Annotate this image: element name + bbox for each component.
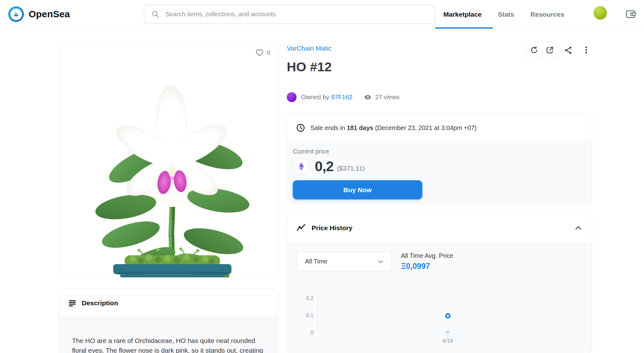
price-eth: 0,2 bbox=[315, 158, 334, 175]
sale-ends-days: 181 days bbox=[347, 124, 375, 131]
opensea-logo-icon bbox=[8, 6, 24, 22]
more-options-button[interactable] bbox=[582, 46, 591, 56]
sale-ends-date: (December 23, 2021 at 3:04pm +07) bbox=[375, 124, 477, 131]
x-tick-line bbox=[447, 333, 448, 337]
sailboat-icon bbox=[13, 11, 20, 18]
brand-name: OpenSea bbox=[29, 9, 70, 19]
favorites[interactable]: 0 bbox=[255, 49, 270, 57]
x-tick-label: 6/19 bbox=[438, 338, 457, 344]
sale-countdown: Sale ends in 181 days (December 23, 2021… bbox=[287, 114, 592, 142]
price-history-body: All Time All Time Avg. Price Ξ0,0997 0.2… bbox=[287, 243, 592, 353]
external-link-icon bbox=[546, 46, 554, 54]
nft-artwork-orchid bbox=[78, 60, 259, 278]
search-bar[interactable] bbox=[144, 4, 436, 24]
buy-now-button[interactable]: Buy Now bbox=[293, 180, 422, 199]
owner-link[interactable]: 97F162 bbox=[331, 94, 353, 101]
price-usd: ($371,11) bbox=[337, 165, 365, 172]
wallet-button[interactable] bbox=[625, 8, 636, 21]
price-history-header[interactable]: Price History bbox=[287, 214, 592, 243]
price-history-card: Price History All Time All Time Avg. Pri… bbox=[287, 213, 592, 353]
owner-avatar[interactable] bbox=[287, 92, 297, 102]
chevron-up-icon[interactable] bbox=[574, 224, 582, 232]
gridline-02 bbox=[318, 298, 584, 299]
volume-bar bbox=[446, 331, 449, 333]
search-icon bbox=[151, 10, 159, 18]
refresh-button[interactable] bbox=[526, 42, 542, 58]
y-axis-line bbox=[318, 294, 318, 333]
share-icon bbox=[564, 46, 573, 55]
heart-icon[interactable] bbox=[255, 49, 264, 57]
opensea-item-page: OpenSea Marketplace Stats Resources bbox=[0, 0, 644, 353]
favorites-count: 0 bbox=[267, 49, 270, 56]
description-icon bbox=[68, 299, 76, 307]
refresh-icon bbox=[530, 46, 538, 54]
sale-ends-prefix: Sale ends in bbox=[310, 124, 347, 131]
y-tick-label: 0.2 bbox=[287, 295, 314, 301]
clock-icon bbox=[296, 123, 305, 133]
nav-link-stats[interactable]: Stats bbox=[490, 0, 522, 29]
owned-by-label: Owned by bbox=[301, 94, 329, 101]
description-text: The HO are a rare of Orchidaceae, HO has… bbox=[59, 317, 278, 353]
search-input[interactable] bbox=[165, 10, 435, 18]
active-tab-underline bbox=[435, 27, 493, 29]
nav-link-marketplace[interactable]: Marketplace bbox=[435, 0, 490, 29]
item-action-group bbox=[526, 42, 558, 58]
nav-links: Marketplace Stats Resources bbox=[435, 0, 572, 29]
collection-link[interactable]: VarChain Matic bbox=[287, 45, 331, 52]
description-title: Description bbox=[82, 299, 118, 307]
eth-token-badge bbox=[293, 158, 309, 175]
kebab-menu-icon bbox=[582, 46, 591, 54]
ethereum-icon bbox=[297, 162, 306, 171]
chart-line-icon bbox=[297, 223, 306, 233]
views-count: 27 views bbox=[375, 94, 400, 101]
views: 27 views bbox=[364, 93, 400, 101]
y-tick-label: 0 bbox=[287, 330, 314, 336]
description-header[interactable]: Description bbox=[59, 289, 278, 317]
share-button[interactable] bbox=[564, 46, 573, 56]
sale-card: Sale ends in 181 days (December 23, 2021… bbox=[287, 114, 592, 204]
current-price-label: Current price bbox=[293, 148, 586, 155]
gridline-0 bbox=[318, 333, 584, 333]
owner-row: Owned by 97F162 27 views bbox=[287, 92, 400, 102]
open-external-button[interactable] bbox=[542, 42, 558, 58]
wallet-icon bbox=[625, 8, 636, 20]
user-avatar[interactable] bbox=[594, 6, 607, 19]
opensea-logo[interactable]: OpenSea bbox=[8, 6, 70, 22]
price-history-chart: 0.2 0.1 0 6/19 bbox=[287, 243, 592, 353]
current-price-section: Current price 0,2 ($371,11) Buy Now bbox=[287, 142, 592, 204]
top-nav: OpenSea Marketplace Stats Resources bbox=[0, 0, 644, 29]
nav-link-resources[interactable]: Resources bbox=[522, 0, 572, 29]
price-history-title: Price History bbox=[312, 224, 569, 232]
price-row: 0,2 ($371,11) bbox=[293, 158, 586, 175]
price-data-point[interactable] bbox=[445, 313, 451, 318]
description-card: Description The HO are a rare of Orchida… bbox=[59, 289, 278, 353]
y-tick-label: 0.1 bbox=[287, 312, 314, 319]
gridline-01 bbox=[318, 316, 584, 316]
eye-icon bbox=[364, 93, 372, 101]
nft-title: HO #12 bbox=[287, 60, 332, 74]
sale-ends-text: Sale ends in 181 days (December 23, 2021… bbox=[310, 124, 477, 132]
nft-image-card: 0 bbox=[59, 43, 278, 278]
